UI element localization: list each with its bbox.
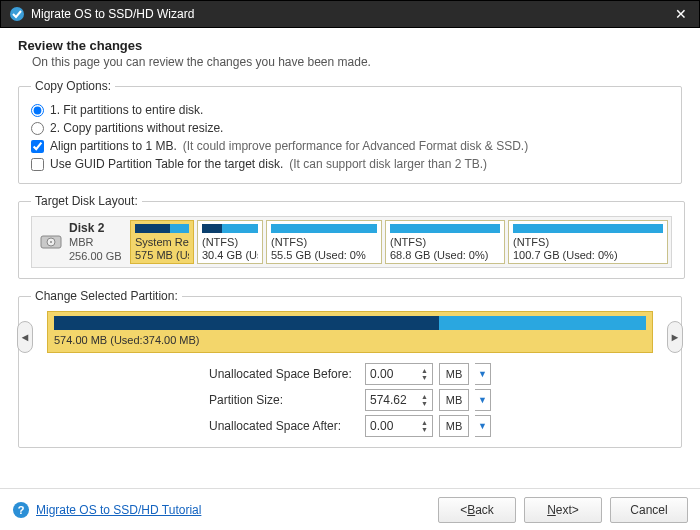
disk-scheme: MBR (69, 236, 122, 250)
after-label: Unallocated Space After: (209, 419, 359, 433)
partition-block[interactable]: (NTFS) 30.4 GB (Us (197, 220, 263, 264)
radio-fit-label: 1. Fit partitions to entire disk. (50, 103, 203, 117)
checkbox-gpt-label: Use GUID Partition Table for the target … (50, 157, 283, 171)
before-label: Unallocated Space Before: (209, 367, 359, 381)
page-heading: Review the changes (18, 38, 682, 53)
size-label: Partition Size: (209, 393, 359, 407)
before-unit: MB (439, 363, 469, 385)
partition-label: System Res (135, 236, 189, 248)
copy-options-legend: Copy Options: (31, 79, 115, 93)
app-icon (9, 6, 25, 22)
partition-label: (NTFS) (513, 236, 663, 248)
svg-point-0 (10, 7, 24, 21)
scroll-left-button[interactable]: ◄ (17, 321, 33, 353)
change-selected-legend: Change Selected Partition: (31, 289, 182, 303)
back-button[interactable]: < Back (438, 497, 516, 523)
disk-name: Disk 2 (69, 221, 122, 236)
next-button[interactable]: Next > (524, 497, 602, 523)
spin-down-icon[interactable]: ▼ (421, 374, 428, 381)
selected-partition-bar (54, 316, 646, 330)
disk-info: Disk 2 MBR 256.00 GB (35, 220, 127, 264)
spin-up-icon[interactable]: ▲ (421, 367, 428, 374)
disk-size: 256.00 GB (69, 250, 122, 264)
cancel-button[interactable]: Cancel (610, 497, 688, 523)
size-unit: MB (439, 389, 469, 411)
close-icon[interactable]: ✕ (671, 6, 691, 22)
disk-row: Disk 2 MBR 256.00 GB System Res 575 MB (… (31, 216, 672, 268)
after-unit: MB (439, 415, 469, 437)
radio-copy[interactable] (31, 122, 44, 135)
page-subheading: On this page you can review the changes … (18, 53, 682, 79)
disk-icon (39, 230, 63, 254)
help-icon: ? (12, 501, 30, 519)
svg-point-3 (50, 241, 52, 243)
partition-label: (NTFS) (390, 236, 500, 248)
selected-partition-slider[interactable]: 574.00 MB (Used:374.00 MB) (47, 311, 653, 353)
svg-text:?: ? (18, 504, 25, 516)
after-input[interactable]: 0.00▲▼ (365, 415, 433, 437)
spin-up-icon[interactable]: ▲ (421, 393, 428, 400)
partition-block[interactable]: (NTFS) 100.7 GB (Used: 0%) (508, 220, 668, 264)
before-unit-dropdown[interactable]: ▼ (475, 363, 491, 385)
tutorial-link[interactable]: Migrate OS to SSD/HD Tutorial (36, 503, 201, 517)
partition-label: (NTFS) (271, 236, 377, 248)
partition-block[interactable]: System Res 575 MB (Use (130, 220, 194, 264)
selected-partition-used (54, 316, 439, 330)
after-unit-dropdown[interactable]: ▼ (475, 415, 491, 437)
radio-fit[interactable] (31, 104, 44, 117)
checkbox-align[interactable] (31, 140, 44, 153)
partition-sublabel: 30.4 GB (Us (202, 249, 258, 261)
change-selected-group: Change Selected Partition: ◄ ► 574.00 MB… (18, 289, 682, 448)
spin-down-icon[interactable]: ▼ (421, 400, 428, 407)
checkbox-gpt[interactable] (31, 158, 44, 171)
checkbox-align-label: Align partitions to 1 MB. (50, 139, 177, 153)
selected-partition-label: 574.00 MB (Used:374.00 MB) (54, 330, 646, 346)
partition-block[interactable]: (NTFS) 55.5 GB (Used: 0% (266, 220, 382, 264)
before-input[interactable]: 0.00▲▼ (365, 363, 433, 385)
title-bar: Migrate OS to SSD/HD Wizard ✕ (0, 0, 700, 28)
partition-label: (NTFS) (202, 236, 258, 248)
radio-copy-label: 2. Copy partitions without resize. (50, 121, 223, 135)
partition-sublabel: 68.8 GB (Used: 0%) (390, 249, 500, 261)
scroll-right-button[interactable]: ► (667, 321, 683, 353)
partition-block[interactable]: (NTFS) 68.8 GB (Used: 0%) (385, 220, 505, 264)
checkbox-gpt-hint: (It can support disk larger than 2 TB.) (289, 157, 487, 171)
footer: ? Migrate OS to SSD/HD Tutorial < Back N… (0, 488, 700, 530)
size-unit-dropdown[interactable]: ▼ (475, 389, 491, 411)
window-title: Migrate OS to SSD/HD Wizard (31, 7, 671, 21)
spin-up-icon[interactable]: ▲ (421, 419, 428, 426)
spin-down-icon[interactable]: ▼ (421, 426, 428, 433)
target-layout-legend: Target Disk Layout: (31, 194, 142, 208)
checkbox-align-hint: (It could improve performance for Advanc… (183, 139, 528, 153)
partition-sublabel: 575 MB (Use (135, 249, 189, 261)
partition-sublabel: 100.7 GB (Used: 0%) (513, 249, 663, 261)
size-input[interactable]: 574.62▲▼ (365, 389, 433, 411)
partition-sublabel: 55.5 GB (Used: 0% (271, 249, 377, 261)
target-layout-group: Target Disk Layout: Disk 2 MBR 256.00 GB… (18, 194, 685, 279)
copy-options-group: Copy Options: 1. Fit partitions to entir… (18, 79, 682, 184)
